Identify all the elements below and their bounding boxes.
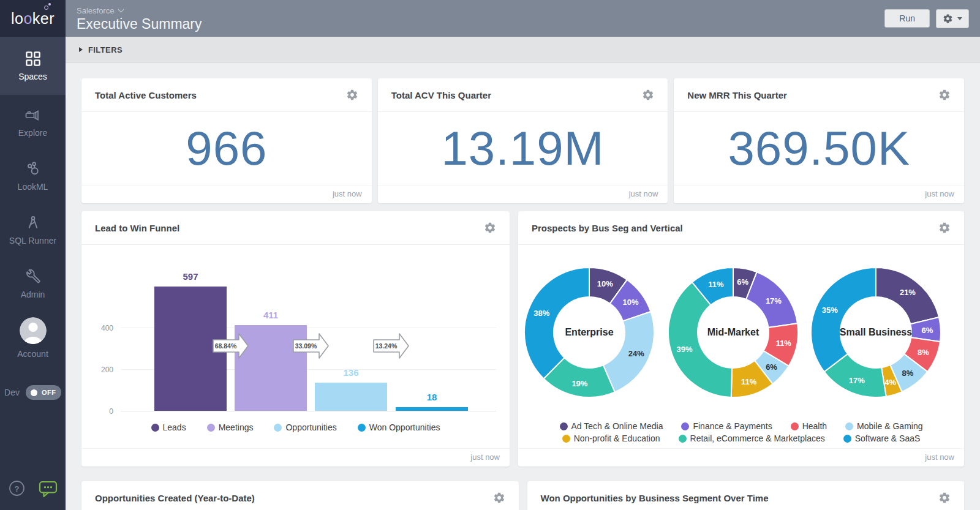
- legend-label: Opportunities: [285, 422, 336, 432]
- legend-item: Meetings: [207, 422, 254, 432]
- legend-item: Mobile & Gaming: [845, 421, 922, 431]
- sidebar-bottom-icons: ?: [0, 480, 66, 498]
- legend-item: Opportunities: [274, 422, 336, 432]
- gear-icon: [943, 13, 953, 24]
- gear-icon[interactable]: [493, 492, 505, 504]
- gear-icon[interactable]: [642, 89, 654, 101]
- funnel-bar-opportunities[interactable]: [315, 383, 387, 411]
- looker-logo[interactable]: looker: [0, 0, 66, 37]
- sidebar-item-sql-runner[interactable]: SQL Runner: [0, 203, 66, 257]
- kpi-tile-total-active-customers: Total Active Customers 966 just now: [81, 78, 372, 203]
- sidebar-item-label: Admin: [21, 290, 45, 299]
- legend-label: Health: [802, 421, 827, 431]
- legend-label: Non-profit & Education: [574, 433, 660, 443]
- expand-triangle-icon: [79, 47, 83, 52]
- sidebar-item-account[interactable]: Account: [0, 310, 66, 364]
- dashboard-settings-button[interactable]: [936, 9, 969, 28]
- help-icon[interactable]: ?: [9, 480, 25, 497]
- x-axis-line: [121, 411, 496, 411]
- opportunities-created-tile: Opportunities Created (Year-to-Date): [81, 481, 519, 510]
- flashlight-icon: [25, 107, 41, 123]
- filters-label: FILTERS: [88, 45, 123, 54]
- gear-icon[interactable]: [938, 222, 951, 234]
- legend-item: Won Opportunities: [358, 422, 440, 432]
- y-axis-tick-label: 400: [90, 324, 113, 332]
- tile-updated: just now: [81, 185, 372, 203]
- donut-slice-percent-label: 21%: [900, 287, 916, 296]
- tile-updated: just now: [378, 185, 668, 203]
- donut-legend: Ad Tech & Online MediaFinance & Payments…: [518, 421, 964, 443]
- donut-slice-percent-label: 11%: [741, 377, 756, 386]
- legend-item: Leads: [151, 422, 186, 432]
- dev-label: Dev: [4, 388, 20, 397]
- conversion-arrow: 13.24%: [373, 332, 410, 360]
- donut-slice-percent-label: 6%: [921, 326, 933, 335]
- sidebar-item-explore[interactable]: Explore: [0, 95, 66, 149]
- sidebar-item-lookml[interactable]: LookML: [0, 149, 66, 203]
- dev-toggle[interactable]: OFF: [26, 385, 61, 400]
- legend-label: Mobile & Gaming: [857, 421, 922, 431]
- gear-icon[interactable]: [346, 89, 358, 101]
- donut-slice[interactable]: [668, 282, 732, 397]
- donut-slice-percent-label: 8%: [918, 348, 929, 357]
- funnel-bar-won-opportunities[interactable]: [396, 407, 468, 411]
- donut-slice-percent-label: 11%: [776, 338, 791, 347]
- donut-enterprise: 10%10%24%19%38%Enterprise: [523, 266, 655, 399]
- gear-icon[interactable]: [938, 492, 951, 504]
- conversion-arrow: 68.84%: [213, 332, 249, 360]
- kpi-tile-total-acv: Total ACV This Quarter 13.19M just now: [378, 78, 668, 203]
- donut-slice-percent-label: 11%: [708, 279, 723, 288]
- tile-title: New MRR This Quarter: [687, 90, 787, 100]
- donut-slice-percent-label: 6%: [737, 277, 748, 287]
- donut-slice-percent-label: 39%: [676, 344, 692, 353]
- tile-header: Won Opportunities by Business Segment Ov…: [527, 481, 965, 510]
- legend-label: Leads: [163, 422, 186, 432]
- legend-label: Software & SaaS: [855, 433, 921, 443]
- donut-slice[interactable]: [524, 268, 589, 379]
- legend-item: Non-profit & Education: [562, 433, 660, 443]
- logo-bubble-icon: [48, 3, 51, 6]
- tile-title: Opportunities Created (Year-to-Date): [95, 493, 255, 503]
- legend-dot-icon: [560, 422, 568, 430]
- kpi-value: 13.19M: [378, 112, 668, 185]
- sidebar-item-label: SQL Runner: [9, 236, 56, 245]
- sidebar-item-label: Explore: [18, 129, 47, 137]
- avatar: [20, 317, 47, 344]
- legend-item: Finance & Payments: [681, 421, 772, 431]
- legend-item: Software & SaaS: [843, 433, 921, 443]
- legend-dot-icon: [274, 424, 282, 432]
- chat-icon[interactable]: [39, 480, 58, 498]
- tile-updated: just now: [674, 185, 964, 203]
- donut-slice[interactable]: [811, 268, 876, 372]
- gear-icon[interactable]: [938, 89, 951, 101]
- legend-label: Won Opportunities: [369, 422, 440, 432]
- dashboard-content: Total Active Customers 966 just now Tota…: [66, 63, 980, 510]
- tile-updated: just now: [518, 448, 964, 467]
- donut-small-business: 21%6%8%8%4%17%35%Small Business: [810, 266, 942, 399]
- kpi-value: 966: [81, 112, 372, 185]
- legend-dot-icon: [679, 435, 687, 443]
- breadcrumb[interactable]: Salesforce: [77, 6, 202, 15]
- legend-label: Meetings: [219, 422, 254, 432]
- legend-item: Retail, eCommerce & Marketplaces: [679, 433, 825, 443]
- filters-bar[interactable]: FILTERS: [66, 37, 980, 63]
- sidebar-item-spaces[interactable]: Spaces: [0, 37, 66, 95]
- toggle-state-label: OFF: [42, 389, 56, 396]
- donut-center-label: Enterprise: [565, 327, 613, 338]
- sidebar-item-admin[interactable]: Admin: [0, 257, 66, 310]
- gear-icon[interactable]: [484, 222, 496, 234]
- tile-header: Lead to Win Funnel: [81, 211, 510, 245]
- legend-dot-icon: [791, 422, 799, 430]
- svg-text:68.84%: 68.84%: [214, 342, 236, 350]
- tile-title: Total ACV This Quarter: [391, 90, 491, 100]
- sidebar-item-label: Account: [17, 350, 48, 358]
- tile-header: Prospects by Bus Seg and Vertical: [518, 211, 964, 245]
- dev-mode-row: Dev OFF: [0, 385, 66, 400]
- run-button[interactable]: Run: [884, 9, 930, 28]
- legend-dot-icon: [562, 435, 570, 443]
- tile-updated: just now: [81, 448, 510, 467]
- legend-dot-icon: [843, 435, 851, 443]
- donut-slice-percent-label: 10%: [622, 297, 638, 306]
- donut-charts-tile: Prospects by Bus Seg and Vertical 10%10%…: [518, 211, 964, 467]
- logo-bubble-icon: [44, 6, 48, 10]
